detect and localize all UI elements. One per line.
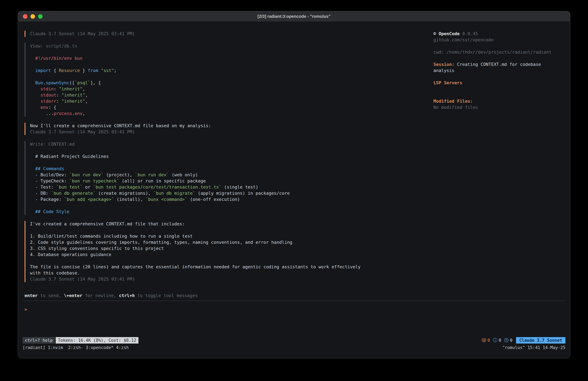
prompt-symbol: >: [24, 307, 27, 312]
repo-link: github.com/sst/opencode: [433, 37, 564, 43]
lsp-servers-label: LSP Servers: [433, 80, 564, 86]
session-info: Session: Creating CONTEXT.md for codebas…: [433, 61, 564, 74]
modified-files-label: Modified Files:: [433, 98, 564, 104]
chat-line: 2. Code style guidelines covering import…: [30, 239, 433, 246]
traffic-lights: [23, 14, 42, 19]
chat-line: Bun.spawnSync([`psql`], {: [30, 80, 433, 86]
app-version: 0.0.45: [462, 31, 478, 36]
status-bar: ctrl+? help Tokens: 16.4K (8%), Cost: $0…: [18, 336, 570, 344]
chat-line: 4. Database operations guidance: [30, 251, 433, 258]
hint-icon: ⓗ: [504, 337, 509, 343]
chat-line: [30, 49, 433, 55]
warning-icon: Ⓦ: [482, 337, 486, 343]
session-label: Session:: [433, 62, 454, 67]
info-indicator: ⓘ0: [493, 337, 501, 343]
hint-count: 0: [510, 338, 512, 343]
info-icon: ⓘ: [493, 337, 498, 343]
chat-line: 1. Build/lint/test commands including ho…: [30, 233, 433, 239]
window-bottom-padding: [18, 351, 570, 358]
status-right: Ⓦ0ⓘ0ⓗ0 Claude 3.7 Sonnet: [482, 337, 566, 344]
chat-line: ## Code Style: [30, 209, 433, 215]
chat-line: stdout: "inherit",: [30, 92, 433, 98]
warning-indicator: Ⓦ0: [482, 337, 490, 343]
chat-line: env: {: [30, 104, 433, 111]
chat-line: [30, 202, 433, 209]
chat-line: [30, 159, 433, 166]
modified-files-empty: No modified files: [433, 104, 564, 111]
chat-line: Write: CONTEXT.md: [30, 141, 433, 147]
tokens-cost-chip: Tokens: 16.4K (8%), Cost: $0.12: [56, 337, 138, 344]
copyright-icon: ©: [433, 31, 436, 36]
chat-line: [30, 61, 433, 67]
titlebar[interactable]: [2/3] radiant:3:opencode - "romulus": [18, 11, 570, 22]
info-count: 0: [499, 338, 501, 343]
chat-log: Claude 3.7 Sonnet (14 May 2025 03:41 PM)…: [24, 31, 433, 292]
chat-line: [30, 227, 433, 233]
chat-line: stderr: "inherit",: [30, 98, 433, 104]
app-header: © OpenCode 0.0.45: [433, 31, 564, 37]
app-name: OpenCode: [439, 31, 460, 36]
tool-block: View: script/db.ts #!/usr/bin/env bun im…: [24, 43, 433, 116]
chat-line: Now I'll create a comprehensive CONTEXT.…: [30, 123, 433, 129]
chat-line: - DB: `bun db generate` (create migratio…: [30, 190, 433, 196]
chat-line: ...process.env,: [30, 111, 433, 116]
tool-block: Write: CONTEXT.md # Radiant Project Guid…: [24, 141, 433, 215]
tmux-status-bar: [radiant] 1:nvim 2:zsh- 3:opencode* 4:zs…: [18, 344, 570, 351]
chat-line: [30, 74, 433, 80]
warning-count: 0: [487, 338, 490, 343]
assistant-message: I've created a comprehensive CONTEXT.md …: [24, 221, 433, 282]
model-chip[interactable]: Claude 3.7 Sonnet: [516, 337, 566, 344]
zoom-icon[interactable]: [38, 14, 42, 19]
chat-line: The file is concise (20 lines) and captu…: [30, 264, 433, 270]
prompt-area[interactable]: >: [18, 301, 570, 336]
tmux-session-info: "romulus" 15:41 14-May-25: [502, 345, 566, 350]
help-shortcut-chip[interactable]: ctrl+? help: [22, 337, 55, 344]
chat-line: [30, 258, 433, 264]
chat-line: - Test: `bun test` or `bun test packages…: [30, 184, 433, 190]
chat-line: - Package: `bun add <package>` (install)…: [30, 196, 433, 202]
close-icon[interactable]: [23, 14, 27, 19]
chat-line: Claude 3.7 Sonnet (14 May 2025 03:41 PM): [30, 31, 433, 37]
chat-line: View: script/db.ts: [30, 43, 433, 49]
help-line: enter to send, \+enter for newline, ctrl…: [18, 292, 570, 299]
assistant-message: Now I'll create a comprehensive CONTEXT.…: [24, 123, 433, 135]
sidebar: © OpenCode 0.0.45 github.com/sst/opencod…: [433, 31, 564, 292]
chat-line: with this codebase.: [30, 270, 433, 276]
chat-line: stdin: "inherit",: [30, 86, 433, 92]
status-indicators: Ⓦ0ⓘ0ⓗ0: [482, 337, 512, 343]
hint-indicator: ⓗ0: [504, 337, 512, 343]
cwd-path: cwd: /home/thdxr/dev/projects/radiant/ra…: [433, 49, 564, 55]
assistant-message: Claude 3.7 Sonnet (14 May 2025 03:41 PM): [24, 31, 433, 37]
chat-line: Claude 3.7 Sonnet (14 May 2025 03:41 PM): [30, 129, 433, 135]
main-content: Claude 3.7 Sonnet (14 May 2025 03:41 PM)…: [18, 22, 570, 292]
terminal-window: [2/3] radiant:3:opencode - "romulus" Cla…: [18, 11, 570, 358]
chat-line: ## Commands: [30, 166, 433, 172]
tmux-windows[interactable]: [radiant] 1:nvim 2:zsh- 3:opencode* 4:zs…: [22, 345, 129, 350]
minimize-icon[interactable]: [30, 14, 35, 19]
chat-line: - Build/Dev: `bun run dev` (project), `b…: [30, 172, 433, 178]
chat-line: #!/usr/bin/env bun: [30, 55, 433, 61]
chat-line: - TypeCheck: `bun run typecheck` (all) o…: [30, 178, 433, 184]
chat-line: # Radiant Project Guidelines: [30, 153, 433, 159]
chat-line: Claude 3.7 Sonnet (14 May 2025 03:41 PM): [30, 276, 433, 282]
window-title: [2/3] radiant:3:opencode - "romulus": [257, 14, 331, 19]
chat-line: 3. CSS styling conventions specific to t…: [30, 246, 433, 251]
chat-line: I've created a comprehensive CONTEXT.md …: [30, 221, 433, 227]
chat-line: import { Resource } from "sst";: [30, 67, 433, 74]
chat-line: [30, 147, 433, 153]
